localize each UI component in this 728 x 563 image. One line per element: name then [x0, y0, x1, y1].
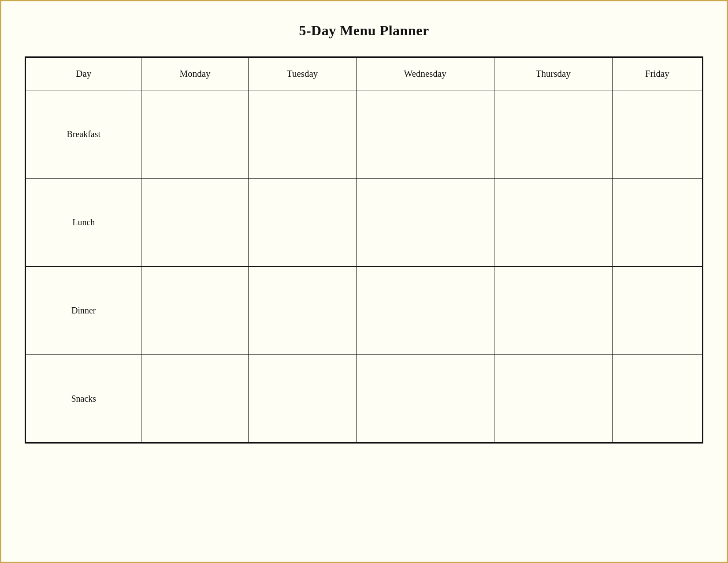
label-snacks: Snacks [26, 355, 141, 443]
cell-snacks-friday[interactable] [612, 355, 702, 443]
row-dinner: Dinner [26, 267, 703, 355]
row-lunch: Lunch [26, 179, 703, 267]
cell-lunch-tuesday[interactable] [249, 179, 356, 267]
cell-lunch-monday[interactable] [141, 179, 249, 267]
cell-snacks-tuesday[interactable] [249, 355, 356, 443]
row-breakfast: Breakfast [26, 90, 703, 179]
label-lunch: Lunch [26, 179, 141, 267]
cell-dinner-wednesday[interactable] [356, 267, 494, 355]
cell-breakfast-thursday[interactable] [494, 90, 612, 179]
cell-snacks-thursday[interactable] [494, 355, 612, 443]
cell-lunch-wednesday[interactable] [356, 179, 494, 267]
header-row: Day Monday Tuesday Wednesday Thursday Fr… [26, 57, 703, 90]
cell-breakfast-monday[interactable] [141, 90, 249, 179]
col-wednesday: Wednesday [356, 57, 494, 90]
label-dinner: Dinner [26, 267, 141, 355]
col-monday: Monday [141, 57, 249, 90]
col-tuesday: Tuesday [249, 57, 356, 90]
cell-lunch-thursday[interactable] [494, 179, 612, 267]
cell-breakfast-tuesday[interactable] [249, 90, 356, 179]
cell-dinner-tuesday[interactable] [249, 267, 356, 355]
cell-dinner-monday[interactable] [141, 267, 249, 355]
menu-planner-table: Day Monday Tuesday Wednesday Thursday Fr… [25, 56, 703, 444]
cell-dinner-thursday[interactable] [494, 267, 612, 355]
row-snacks: Snacks [26, 355, 703, 443]
col-thursday: Thursday [494, 57, 612, 90]
cell-dinner-friday[interactable] [612, 267, 702, 355]
page-title: 5-Day Menu Planner [299, 22, 429, 39]
cell-snacks-wednesday[interactable] [356, 355, 494, 443]
label-breakfast: Breakfast [26, 90, 141, 179]
cell-breakfast-wednesday[interactable] [356, 90, 494, 179]
cell-snacks-monday[interactable] [141, 355, 249, 443]
cell-lunch-friday[interactable] [612, 179, 702, 267]
cell-breakfast-friday[interactable] [612, 90, 702, 179]
col-day: Day [26, 57, 141, 90]
col-friday: Friday [612, 57, 702, 90]
